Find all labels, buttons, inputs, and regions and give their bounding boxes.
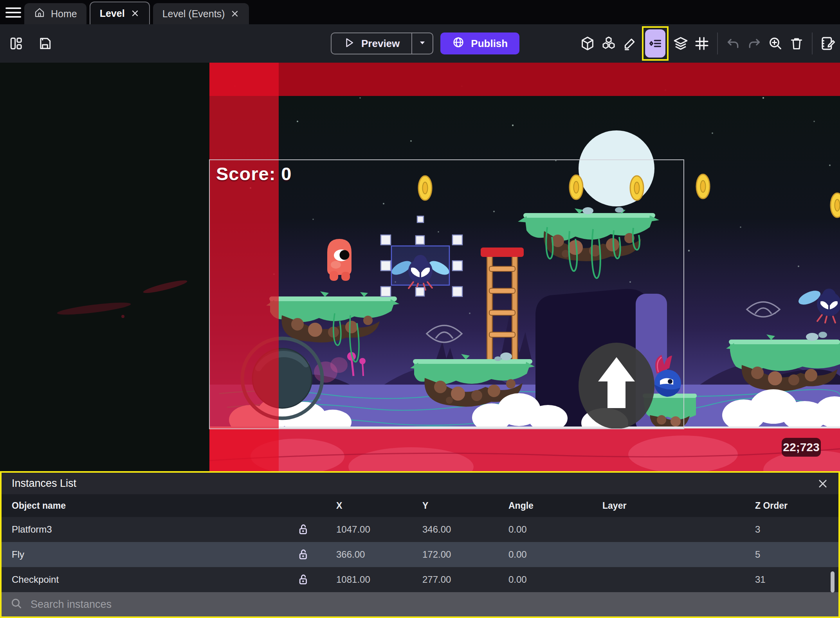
- cell-angle[interactable]: 0.00: [491, 574, 585, 585]
- player-sprite[interactable]: [327, 239, 352, 281]
- tab-label: Home: [51, 8, 77, 20]
- tab-label: Level (Events): [162, 8, 225, 20]
- home-icon: [34, 7, 45, 21]
- tab-label: Level: [100, 8, 125, 19]
- preview-label: Preview: [361, 38, 400, 50]
- column-angle: Angle: [491, 501, 585, 511]
- toggle-panels-icon[interactable]: [7, 32, 25, 55]
- cell-y[interactable]: 346.00: [405, 524, 491, 535]
- cursor-coordinates-badge: 22;723: [782, 438, 821, 457]
- cell-z-order[interactable]: 5: [737, 549, 838, 560]
- cell-x[interactable]: 1081.00: [319, 574, 405, 585]
- cell-x[interactable]: 366.00: [319, 549, 405, 560]
- tab-level-events[interactable]: Level (Events): [153, 3, 249, 24]
- grid-icon[interactable]: [693, 32, 711, 55]
- cell-object-name: Platform3: [2, 524, 287, 535]
- unlock-icon[interactable]: [287, 573, 319, 586]
- toolbar: Preview Publish: [0, 24, 840, 63]
- redo-icon[interactable]: [745, 32, 763, 55]
- zoom-in-icon[interactable]: [766, 32, 784, 55]
- menu-icon[interactable]: [5, 5, 21, 20]
- edit-mode-icon[interactable]: [621, 32, 639, 55]
- publish-label: Publish: [471, 38, 508, 50]
- instance-row[interactable]: Checkpoint 1081.00 277.00 0.00 31: [2, 567, 838, 592]
- column-layer: Layer: [585, 501, 737, 511]
- red-hazard-band[interactable]: [209, 63, 840, 96]
- scene-properties-icon[interactable]: [819, 32, 837, 55]
- object-groups-icon[interactable]: [600, 32, 618, 55]
- cell-angle[interactable]: 0.00: [491, 549, 585, 560]
- instances-list-panel: Instances List Object name X Y Angle Lay…: [0, 471, 840, 618]
- coin[interactable]: [831, 193, 840, 217]
- coin[interactable]: [570, 175, 583, 199]
- instances-table-header: Object name X Y Angle Layer Z Order: [2, 494, 838, 517]
- editor-empty-area: [0, 63, 209, 471]
- coin[interactable]: [696, 174, 710, 199]
- tab-level[interactable]: Level: [90, 2, 150, 24]
- cell-y[interactable]: 172.00: [405, 549, 491, 560]
- cell-object-name: Fly: [2, 549, 287, 560]
- publish-button[interactable]: Publish: [440, 33, 519, 54]
- selected-instance-fly[interactable]: [389, 246, 451, 290]
- unlock-icon[interactable]: [287, 523, 319, 536]
- instances-table-body: Platform3 1047.00 346.00 0.00 3 Fly: [2, 517, 838, 592]
- coin[interactable]: [418, 176, 432, 200]
- instance-row[interactable]: Platform3 1047.00 346.00 0.00 3: [2, 517, 838, 542]
- cell-angle[interactable]: 0.00: [491, 524, 585, 535]
- layers-icon[interactable]: [672, 32, 690, 55]
- cell-y[interactable]: 277.00: [405, 574, 491, 585]
- cell-x[interactable]: 1047.00: [319, 524, 405, 535]
- play-icon: [343, 37, 355, 50]
- instances-search-bar: [2, 592, 838, 616]
- preview-button[interactable]: Preview: [331, 33, 433, 54]
- globe-icon: [452, 36, 465, 51]
- divider: [812, 33, 813, 54]
- jump-button[interactable]: [579, 343, 654, 429]
- instances-list-icon[interactable]: [645, 29, 665, 58]
- tab-home[interactable]: Home: [24, 3, 87, 24]
- cell-z-order[interactable]: 31: [737, 574, 838, 585]
- instance-row[interactable]: Fly 366.00 172.00 0.00 5: [2, 542, 838, 567]
- panel-scrollbar-thumb[interactable]: [831, 571, 835, 593]
- column-object-name: Object name: [2, 501, 287, 511]
- coin[interactable]: [630, 176, 644, 200]
- red-ground: [209, 426, 840, 471]
- column-z-order: Z Order: [737, 501, 838, 511]
- divider: [717, 33, 718, 54]
- undo-icon[interactable]: [724, 32, 742, 55]
- cell-object-name: Checkpoint: [2, 574, 287, 585]
- moon[interactable]: [579, 130, 654, 206]
- tab-bar: Home Level Level (Events): [0, 0, 840, 24]
- search-icon: [10, 597, 23, 611]
- chevron-down-icon: [418, 38, 427, 49]
- column-y: Y: [405, 501, 491, 511]
- preview-dropdown-button[interactable]: [412, 33, 433, 54]
- search-instances-input[interactable]: [31, 598, 830, 611]
- save-icon[interactable]: [36, 32, 54, 55]
- close-panel-icon[interactable]: [817, 478, 828, 489]
- panel-title: Instances List: [12, 477, 76, 490]
- column-x: X: [319, 501, 405, 511]
- cell-z-order[interactable]: 3: [737, 524, 838, 535]
- rotation-handle: [417, 216, 424, 222]
- close-tab-icon[interactable]: [130, 9, 140, 18]
- objects-panel-icon[interactable]: [579, 32, 597, 55]
- delete-icon[interactable]: [788, 32, 806, 55]
- unlock-icon[interactable]: [287, 548, 319, 561]
- scene-editor-canvas[interactable]: Score: 0 22;723: [0, 63, 840, 471]
- score-label: Score: 0: [216, 163, 292, 184]
- close-tab-icon[interactable]: [230, 9, 240, 18]
- instances-list-highlight: [642, 26, 669, 61]
- red-hazard-stripe[interactable]: [209, 63, 279, 471]
